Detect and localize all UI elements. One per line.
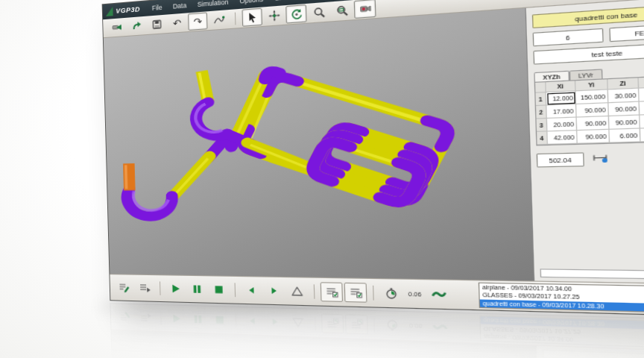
toolbar-separator xyxy=(314,284,315,298)
toolbar-separator xyxy=(160,281,161,295)
zoom-window-icon[interactable] xyxy=(331,1,353,20)
wave-icon[interactable] xyxy=(426,284,451,305)
timer-icon[interactable] xyxy=(379,283,403,304)
step-forward-icon[interactable] xyxy=(263,281,285,301)
undo-icon[interactable]: ↶ xyxy=(167,14,186,32)
column-header: CLRi xyxy=(639,76,644,88)
table-cell[interactable]: 90.000 xyxy=(577,130,610,144)
table-cell[interactable]: 6.000 xyxy=(640,114,644,128)
row-number[interactable]: 3 xyxy=(537,119,548,132)
menu-data[interactable]: Data xyxy=(168,0,192,12)
main-area: quadretti con base 6 FE360 test teste XY… xyxy=(104,0,644,284)
row-number[interactable]: 1 xyxy=(535,92,546,106)
zoom-icon[interactable] xyxy=(308,3,329,22)
recent-list: airplane - 09/03/2017 10.34.00GLASSES - … xyxy=(479,283,644,315)
part-open-icon[interactable] xyxy=(127,17,145,35)
table-cell[interactable]: 20.000 xyxy=(547,118,577,132)
diameter-field[interactable]: 6 xyxy=(533,28,604,46)
app-window: VGP3D FileDataSimulationOptionsCNC? test… xyxy=(102,0,644,318)
toolbar-separator xyxy=(235,283,236,297)
pan-icon[interactable] xyxy=(264,6,285,25)
step-back-icon[interactable] xyxy=(241,280,262,300)
speed-value: 0.06 xyxy=(408,290,422,298)
app-name: VGP3D xyxy=(116,5,140,15)
stop-icon[interactable] xyxy=(209,280,230,300)
table-cell[interactable]: 30.000 xyxy=(608,89,640,104)
redo-icon[interactable]: ↷ xyxy=(188,12,208,31)
table-cell[interactable]: 6.000 xyxy=(640,101,644,116)
row-number[interactable]: 2 xyxy=(536,106,547,119)
select-icon[interactable] xyxy=(242,8,262,27)
simulation-toolbar: 0.06 xyxy=(114,278,450,304)
table-cell[interactable]: 90.000 xyxy=(609,116,640,130)
panel-hscrollbar[interactable] xyxy=(540,268,644,280)
toolbar-separator xyxy=(235,13,236,25)
material-field[interactable]: FE360 xyxy=(609,23,644,42)
program-field[interactable]: test teste xyxy=(533,43,644,65)
rotate-icon[interactable] xyxy=(285,4,306,24)
table-cell[interactable]: 6.000 xyxy=(640,128,644,142)
tube-load-icon[interactable] xyxy=(107,19,126,37)
table-cell[interactable]: 150.000 xyxy=(576,90,609,104)
logo-accent-icon xyxy=(106,7,113,16)
tube-model xyxy=(104,8,534,281)
warning-icon[interactable] xyxy=(286,281,309,301)
table-cell[interactable]: 12.000 xyxy=(546,91,576,105)
part-name-field[interactable]: quadretti con base xyxy=(532,4,644,28)
toolbar-separator xyxy=(373,286,374,301)
list-play-icon[interactable] xyxy=(135,279,155,298)
viewport-3d[interactable] xyxy=(104,8,534,281)
ruler-icon xyxy=(592,151,608,167)
table-cell[interactable]: 6.000 xyxy=(610,129,641,143)
list-check-tools-icon[interactable] xyxy=(321,282,343,302)
view-camera-icon[interactable] xyxy=(354,0,376,19)
save-icon[interactable] xyxy=(147,16,166,34)
play-icon[interactable] xyxy=(165,280,186,298)
menu-file[interactable]: File xyxy=(148,1,167,13)
menu-cnc[interactable]: CNC xyxy=(269,0,294,4)
menu-simulation[interactable]: Simulation xyxy=(192,0,233,10)
table-cell[interactable]: 90.000 xyxy=(577,116,610,131)
menu-options[interactable]: Options xyxy=(235,0,268,7)
column-header xyxy=(535,82,546,93)
presentation-scene: VGP3D FileDataSimulationOptionsCNC? test… xyxy=(106,4,636,299)
bend-table-grid: XiYiZiCLRiTD112.000150.00030.0006.0001▶2… xyxy=(535,75,644,145)
row-number[interactable]: 4 xyxy=(537,131,548,145)
table-cell[interactable]: 90.000 xyxy=(608,102,640,116)
list-check-prog-icon[interactable] xyxy=(344,283,367,303)
list-edit-icon[interactable] xyxy=(114,278,133,297)
table-cell[interactable]: 17.000 xyxy=(546,104,576,119)
wire-edit-icon[interactable] xyxy=(209,10,229,29)
bend-table: XiYiZiCLRiTD112.000150.00030.0006.0001▶2… xyxy=(534,75,644,145)
side-panel: quadretti con base 6 FE360 test teste XY… xyxy=(526,0,644,283)
recent-items: airplane - 09/03/2017 10.34.00GLASSES - … xyxy=(479,283,644,313)
length-field[interactable]: 502.04 xyxy=(537,152,584,167)
table-cell[interactable]: 6.000 xyxy=(639,87,644,102)
table-cell[interactable]: 42.000 xyxy=(548,131,578,145)
table-cell[interactable]: 90.000 xyxy=(576,103,609,117)
pause-icon[interactable] xyxy=(187,280,208,298)
